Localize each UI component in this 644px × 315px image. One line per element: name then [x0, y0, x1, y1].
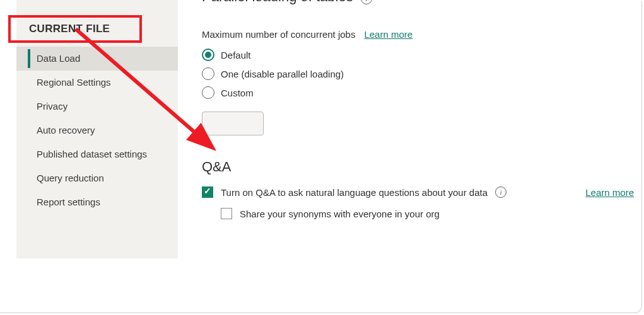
sidebar-item-regional-settings[interactable]: Regional Settings: [16, 71, 178, 94]
sidebar-header-text: CURRENT FILE: [29, 23, 110, 35]
radio-circle-icon: [202, 86, 214, 99]
custom-concurrent-input[interactable]: [202, 112, 264, 135]
sidebar-item-data-load[interactable]: Data Load: [16, 47, 178, 71]
concurrent-radio-group: Default One (disable parallel loading) C…: [202, 49, 413, 135]
radio-one-disable-parallel[interactable]: One (disable parallel loading): [202, 67, 413, 80]
radio-custom[interactable]: Custom: [202, 86, 413, 99]
concurrent-jobs-label: Maximum number of concurrent jobs: [202, 29, 355, 40]
concurrent-learn-more-link[interactable]: Learn more: [364, 29, 413, 40]
sidebar-item-auto-recovery[interactable]: Auto recovery: [16, 118, 178, 142]
qa-share-synonyms-checkbox[interactable]: [221, 208, 232, 219]
sidebar-item-privacy[interactable]: Privacy: [16, 94, 178, 118]
sidebar-item-query-reduction[interactable]: Query reduction: [16, 166, 178, 190]
radio-default[interactable]: Default: [202, 49, 413, 61]
radio-circle-icon: [202, 49, 214, 61]
qa-learn-more-link[interactable]: Learn more: [585, 187, 634, 198]
qa-enable-label: Turn on Q&A to ask natural language ques…: [221, 187, 488, 198]
sidebar-item-report-settings[interactable]: Report settings: [16, 190, 178, 214]
sidebar-item-published-dataset-settings[interactable]: Published dataset settings: [16, 142, 178, 166]
main-panel: Parallel loading of tables i Maximum num…: [202, 0, 641, 312]
sidebar: CURRENT FILE Data Load Regional Settings…: [16, 0, 178, 258]
qa-share-synonyms-label: Share your synonyms with everyone in you…: [240, 209, 440, 219]
info-icon[interactable]: i: [361, 0, 372, 4]
radio-circle-icon: [202, 67, 214, 80]
sidebar-section-header: CURRENT FILE: [16, 16, 178, 42]
qa-section-title: Q&A: [202, 159, 634, 175]
info-icon[interactable]: i: [495, 186, 506, 198]
section-title-parallel-loading: Parallel loading of tables i: [202, 0, 372, 5]
qa-enable-checkbox[interactable]: [202, 186, 213, 198]
